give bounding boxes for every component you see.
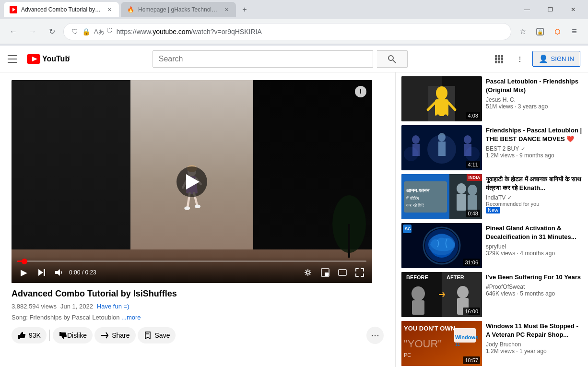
verified-icon-2: ✓	[521, 146, 525, 152]
sidebar-item-1[interactable]: 4:03 Pascal Letoublon - Friendships (Ori…	[401, 76, 582, 121]
sidebar-title-1: Pascal Letoublon - Friendships (Original…	[486, 77, 582, 95]
theater-mode-button[interactable]	[336, 266, 349, 279]
svg-point-53	[427, 135, 456, 164]
more-link[interactable]: ...more	[121, 314, 141, 321]
maximize-button[interactable]: ❐	[539, 2, 561, 17]
svg-text:Windows: Windows	[455, 334, 478, 340]
plant-svg	[330, 186, 368, 258]
sidebar-info-1: Pascal Letoublon - Friendships (Original…	[486, 76, 582, 121]
youtube-logo-area: YouTube DE	[8, 51, 70, 67]
youtube-logo[interactable]: YouTube DE	[27, 54, 70, 64]
svg-text:AFTER: AFTER	[447, 274, 464, 280]
miniplayer-button[interactable]	[318, 266, 332, 279]
actions-bar: 93K Dislike Share Save	[12, 327, 384, 344]
sidebar-info-4: Pineal Gland Activation & Decalcificatio…	[486, 223, 582, 268]
new-tab-button[interactable]: +	[238, 3, 251, 16]
hamburger-line	[8, 59, 17, 59]
play-button[interactable]	[176, 166, 207, 197]
sidebar-channel-2: BEST 2 BUY ✓	[486, 145, 582, 152]
volume-icon	[54, 268, 63, 277]
svg-rect-41	[435, 99, 448, 116]
play-pause-button[interactable]: ▶	[17, 266, 31, 279]
search-input-wrap	[153, 50, 373, 68]
url-path: /watch?v=or9qHSKIRIA	[191, 28, 261, 36]
settings-button[interactable]	[301, 266, 315, 279]
svg-line-44	[436, 116, 438, 121]
share-label: Share	[112, 331, 129, 339]
translate-icon: Aあ	[94, 27, 105, 36]
forward-button[interactable]: →	[25, 24, 40, 39]
hamburger-menu[interactable]	[8, 51, 23, 67]
svg-line-9	[393, 60, 396, 63]
svg-rect-15	[501, 58, 503, 60]
video-progress-bar[interactable]	[17, 260, 366, 262]
sidebar-title-5: I've Been Suffering For 10 Years	[486, 273, 582, 282]
tab-youtube[interactable]: Advanced Combo Tutorial by Is... ✕	[4, 2, 119, 17]
video-info-button[interactable]: i	[355, 86, 366, 97]
extensions-button[interactable]: 🔒	[532, 24, 548, 39]
nav-icons: ☆ 🔒 ⬡ ≡	[515, 24, 582, 39]
like-button[interactable]: 93K	[12, 327, 47, 343]
svg-point-59	[457, 183, 466, 194]
svg-line-45	[446, 116, 447, 121]
minimize-button[interactable]: —	[516, 2, 538, 17]
svg-marker-31	[55, 269, 60, 276]
apps-grid-button[interactable]	[490, 50, 507, 68]
share-button[interactable]: Share	[94, 327, 135, 343]
url-display: https://www.youtube.com/watch?v=or9qHSKI…	[117, 28, 503, 36]
back-button[interactable]: ←	[6, 24, 21, 39]
more-vert-button[interactable]: ⋮	[511, 50, 529, 68]
svg-point-61	[468, 185, 477, 195]
bookmark-button[interactable]: ☆	[515, 24, 530, 39]
sidebar-thumb-4: SG 31:06	[401, 223, 482, 268]
tab-ghacks-close[interactable]: ✕	[223, 6, 230, 13]
thumb-duration-2: 4:11	[466, 161, 480, 168]
youtube-content: i ▶	[0, 72, 395, 367]
sidebar-item-5[interactable]: BEFORE AFTER 16:00 I've Been Suffer	[401, 272, 582, 317]
sidebar-meta-4: 329K views · 4 months ago	[486, 250, 582, 257]
close-button[interactable]: ✕	[562, 2, 584, 17]
right-controls	[301, 266, 366, 279]
svg-text:PC: PC	[404, 352, 411, 358]
upload-date: Jun 1, 2022	[60, 303, 93, 310]
svg-point-40	[436, 86, 447, 100]
dislike-button[interactable]: Dislike	[53, 327, 93, 343]
sidebar-item-3[interactable]: आनन-फानन में मीटिंग कर रहे शिंदे INDIA 0…	[401, 174, 582, 219]
svg-rect-11	[498, 55, 500, 58]
search-button[interactable]	[377, 50, 408, 68]
menu-button[interactable]: ≡	[567, 24, 582, 39]
sidebar-meta-2: 1.2M views · 9 months ago	[486, 152, 582, 159]
tab-youtube-close[interactable]: ✕	[106, 6, 113, 13]
fullscreen-button[interactable]	[353, 266, 366, 279]
svg-text:YOU DON'T OWN: YOU DON'T OWN	[404, 325, 455, 332]
volume-button[interactable]	[52, 266, 65, 279]
sidebar-thumb-1: 4:03	[401, 76, 482, 121]
sidebar-item-6[interactable]: Windows 11 YOU DON'T OWN "YOUR" PC 18:57…	[401, 321, 582, 366]
more-actions-button[interactable]: ⋯	[366, 327, 384, 344]
tab-ghacks[interactable]: 🔥 Homepage | gHacks Technolog... ✕	[121, 2, 236, 17]
svg-text:SG: SG	[405, 226, 411, 231]
sidebar-info-3: गुवाहाटी के होटल में अचानक बागियों के सा…	[486, 174, 582, 219]
miniplayer-icon	[321, 268, 329, 277]
sidebar-title-2: Friendships - Pascal Letoublon | THE BES…	[486, 126, 582, 143]
svg-rect-80	[412, 300, 424, 315]
sidebar-item-2[interactable]: 4:11 Friendships - Pascal Letoublon | TH…	[401, 125, 582, 170]
reload-button[interactable]: ↻	[44, 24, 59, 39]
sign-in-button[interactable]: 👤 SIGN IN	[532, 51, 580, 67]
next-button[interactable]	[35, 266, 48, 279]
mozilla-vpn-icon[interactable]: ⬡	[550, 24, 565, 39]
url-host: youtube.com	[153, 28, 191, 36]
svg-rect-35	[339, 270, 346, 275]
video-player[interactable]: i ▶	[12, 80, 372, 283]
sidebar-info-2: Friendships - Pascal Letoublon | THE BES…	[486, 125, 582, 170]
ghacks-tab-favicon: 🔥	[127, 6, 134, 13]
save-label: Save	[155, 331, 170, 339]
sidebar-title-6: Windows 11 Must Be Stopped - A Veteran P…	[486, 322, 582, 339]
address-bar[interactable]: 🛡 🔒 Aあ 🛡 https://www.youtube.com/watch?v…	[63, 23, 511, 40]
sidebar-meta-5: 646K views · 5 months ago	[486, 290, 582, 297]
save-button[interactable]: Save	[138, 327, 176, 343]
hamburger-line	[8, 55, 17, 56]
search-input[interactable]	[153, 51, 373, 67]
time-display: 0:00 / 0:23	[69, 269, 297, 276]
sidebar-item-4[interactable]: SG 31:06 Pineal Gland Activation & Decal…	[401, 223, 582, 268]
